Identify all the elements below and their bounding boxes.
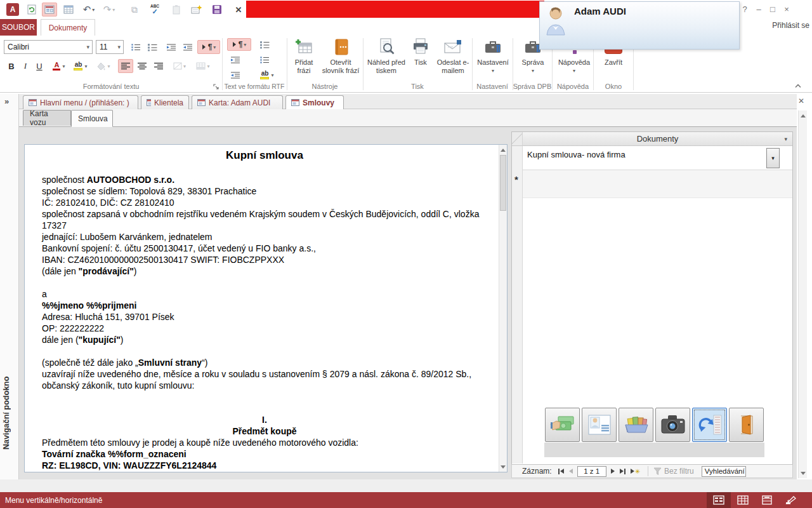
filter-state-label[interactable]: Bez filtru	[664, 467, 694, 476]
tab-karta-adam-audi[interactable]: Karta: Adam AUDI	[192, 95, 283, 109]
table-button[interactable]: ▾	[193, 59, 213, 73]
combo-dropdown-button[interactable]: ▾	[766, 148, 780, 168]
expand-nav-pane-button[interactable]: »	[4, 97, 9, 106]
font-color-button[interactable]: A ▾	[51, 59, 67, 73]
tab-hlavni-menu[interactable]: Hlavní menu / (přihlášen: )	[23, 95, 138, 109]
minimize-button[interactable]: –	[752, 3, 765, 15]
tab-dokumenty[interactable]: Dokumenty	[41, 19, 95, 36]
doc-line: dále jen ("kupující")	[42, 334, 487, 345]
rtf-numbering-button[interactable]	[256, 38, 273, 51]
outer-scrollbar[interactable]	[798, 110, 807, 478]
add-phrase-button[interactable]: Přidat frázi	[289, 37, 318, 81]
form-selector-corner[interactable]	[512, 132, 523, 146]
refresh-form-icon[interactable]	[24, 3, 39, 17]
send-email-button[interactable]: Odeslat e-mailem	[435, 37, 471, 81]
new-record-row[interactable]	[523, 170, 792, 198]
contact-card-button[interactable]	[582, 408, 617, 442]
maximize-button[interactable]: □	[766, 3, 779, 15]
window-close-button[interactable]: ×	[780, 3, 793, 15]
spelling-icon[interactable]: ABC ✓	[147, 3, 162, 17]
title-banner	[246, 1, 544, 18]
dialog-launcher-icon[interactable]	[213, 81, 219, 93]
rtf-direction-button[interactable]: ¶ ▾	[227, 38, 251, 51]
doc-line: Adresa: Hluchá 151, 39701 Písek	[42, 311, 487, 323]
datasheet-view-button[interactable]	[731, 492, 755, 508]
design-view-button[interactable]	[779, 492, 803, 508]
italic-button[interactable]: I	[19, 59, 32, 73]
open-dictionary-button[interactable]: Otevřít slovník frází	[320, 37, 362, 81]
align-right-button[interactable]	[151, 59, 166, 73]
undo-button[interactable]: ↶▾	[81, 3, 96, 17]
settings-menu-button[interactable]: Nastavení ▾	[475, 37, 511, 81]
payment-button[interactable]	[545, 408, 580, 442]
tab-klientela[interactable]: Klientela	[141, 95, 189, 109]
bold-button[interactable]: B	[5, 59, 18, 73]
print-button[interactable]: Tisk	[407, 37, 434, 81]
search-input[interactable]: Vyhledávání	[702, 466, 746, 477]
font-name-combo[interactable]: Calibri▾	[4, 40, 93, 54]
paste-icon[interactable]	[169, 3, 184, 17]
record-selector-strip[interactable]: *	[512, 146, 523, 464]
rtf-decrease-indent-button[interactable]	[227, 69, 244, 81]
align-left-button[interactable]	[118, 59, 133, 73]
close-object-tab-button[interactable]: ✕	[796, 95, 807, 107]
form-view-button[interactable]	[707, 492, 731, 508]
app-window: { "glyphs": { "dropdown": "▾", "undo": "…	[0, 0, 812, 508]
align-center-button[interactable]	[134, 59, 150, 73]
navigation-pane-strip[interactable]: » Navigační podokno	[0, 94, 19, 489]
last-record-button[interactable]	[617, 465, 628, 477]
previous-record-button[interactable]	[566, 465, 575, 477]
form-view-icon[interactable]	[42, 3, 57, 17]
record-position-box[interactable]: 1 z 1	[577, 466, 606, 477]
new-record-icon[interactable]	[189, 3, 204, 17]
next-record-button[interactable]	[608, 465, 617, 477]
underline-button[interactable]: U	[33, 59, 46, 73]
numbering-button[interactable]	[145, 40, 160, 54]
sign-in-link[interactable]: Přihlásit se	[772, 21, 809, 30]
scroll-up-button[interactable]	[799, 110, 807, 120]
access-app-icon[interactable]: A	[5, 3, 20, 17]
photo-button[interactable]	[655, 408, 690, 442]
subtab-karta-vozu[interactable]: Karta vozu	[23, 110, 71, 126]
tab-soubor[interactable]: SOUBOR	[0, 19, 37, 36]
print-preview-button[interactable]: Náhled před tiskem	[367, 37, 406, 81]
copy-icon[interactable]: ⧉	[127, 3, 142, 17]
card-file-button[interactable]	[619, 408, 653, 442]
rtf-highlight-button[interactable]: ab ▾	[256, 69, 278, 81]
document-body[interactable]: Kupní smlouva společnost AUTOOBCHOD s.r.…	[25, 145, 499, 472]
redo-button[interactable]: ↷▾	[102, 3, 117, 17]
fill-color-button[interactable]: ▾	[94, 59, 113, 73]
datasheet-icon[interactable]	[61, 3, 76, 17]
layout-view-button[interactable]	[755, 492, 779, 508]
help-icon[interactable]: ?	[738, 3, 751, 15]
scroll-up-button[interactable]	[499, 145, 507, 154]
scrollbar-thumb[interactable]	[500, 155, 506, 211]
doc-line: Předmět koupě	[42, 425, 487, 437]
highlight-color-button[interactable]: ab ▾	[71, 59, 90, 73]
documents-header: Dokumenty ▾	[523, 132, 792, 146]
subtab-smlouva[interactable]: Smlouva	[71, 110, 113, 127]
exit-door-button[interactable]	[729, 408, 764, 442]
new-record-marker[interactable]: *	[514, 174, 518, 185]
scroll-down-button[interactable]	[799, 469, 807, 478]
save-record-icon[interactable]	[209, 3, 225, 17]
text-direction-button[interactable]: ▾ ¶ ▾	[197, 40, 220, 54]
first-record-button[interactable]	[556, 465, 566, 477]
document-combo-value[interactable]: Kupní smlouva- nová firma	[527, 150, 625, 159]
decrease-indent-button[interactable]	[180, 40, 195, 54]
doc-line: společnost AUTOOBCHOD s.r.o.	[42, 174, 487, 185]
scroll-down-button[interactable]	[499, 462, 507, 472]
font-size-combo[interactable]: 11▾	[96, 40, 124, 54]
rtf-bullets-button[interactable]	[256, 53, 273, 66]
ribbon-collapse-button[interactable]	[792, 81, 804, 90]
refresh-sync-button[interactable]	[692, 408, 727, 442]
bullets-button[interactable]	[128, 40, 143, 54]
rtf-increase-indent-button[interactable]	[227, 53, 244, 66]
header-dropdown-icon[interactable]: ▾	[784, 136, 787, 142]
gridlines-button[interactable]: ▾	[170, 59, 189, 73]
tab-smlouvy[interactable]: Smlouvy	[285, 95, 344, 109]
document-scrollbar[interactable]	[499, 145, 507, 472]
new-record-button[interactable]: ✳	[628, 465, 643, 477]
close-icon[interactable]: ✕	[231, 3, 246, 17]
increase-indent-button[interactable]	[164, 40, 179, 54]
